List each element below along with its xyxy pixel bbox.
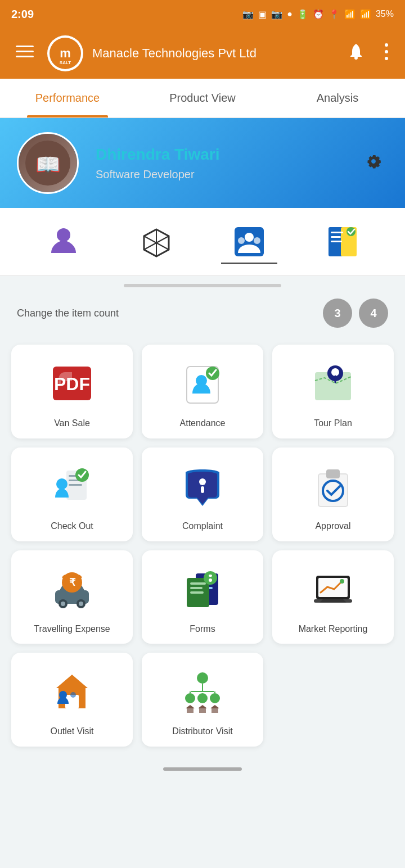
travelling-expense-label: Travelling Expense [34, 623, 110, 635]
tab-performance[interactable]: Performance [0, 79, 135, 117]
svg-point-63 [204, 571, 217, 585]
tab-analysis[interactable]: Analysis [270, 79, 405, 117]
settings-icon[interactable] [359, 147, 388, 180]
check-out-label: Check Out [51, 521, 93, 532]
notification-bell[interactable] [342, 38, 370, 70]
grid-item-approval[interactable]: Approval [272, 447, 394, 541]
profile-info: Dhirendra Tiwari Software Developer [96, 146, 359, 181]
svg-point-50 [61, 602, 65, 606]
svg-text:₹: ₹ [69, 577, 76, 588]
svg-rect-40 [69, 484, 82, 486]
status-bar: 2:09 📷 ▣ 📷 ● 🔋 ⏰ 📍 📶 📶 35% [0, 0, 405, 28]
svg-point-12 [57, 228, 70, 242]
forms-label: Forms [190, 623, 215, 635]
more-options[interactable] [379, 38, 394, 70]
svg-rect-87 [199, 708, 206, 713]
grid-item-attendance[interactable]: Attendance [142, 345, 263, 438]
count-buttons: 3 4 [323, 299, 388, 328]
svg-rect-2 [16, 56, 34, 57]
item-count-label: Change the item count [17, 308, 119, 319]
svg-text:SALT: SALT [60, 60, 71, 65]
grid-item-forms[interactable]: Forms [142, 550, 263, 644]
svg-marker-70 [320, 599, 346, 603]
cube-icon-btn[interactable] [128, 219, 184, 264]
svg-marker-83 [186, 705, 195, 708]
svg-rect-46 [326, 469, 340, 478]
svg-rect-24 [331, 232, 343, 233]
grid-item-van-sale[interactable]: PDF Van Sale [11, 345, 133, 438]
avatar-image: 📖 [19, 134, 77, 192]
svg-point-52 [79, 602, 83, 606]
alarm-icon: ⏰ [313, 9, 324, 20]
signal-icon: 📶 [360, 9, 371, 20]
top-nav: m SALT Manacle Technologies Pvt Ltd [0, 28, 405, 79]
grid-item-tour-plan[interactable]: Tour Plan [272, 345, 394, 438]
complaint-label: Complaint [182, 521, 223, 532]
team-icon-btn[interactable] [221, 219, 277, 264]
home-indicator [163, 767, 242, 771]
svg-point-19 [238, 237, 245, 244]
svg-point-74 [70, 692, 76, 698]
market-reporting-icon [308, 564, 358, 614]
svg-text:m: m [60, 46, 71, 60]
outlet-visit-icon [47, 666, 97, 717]
profile-banner: 📖 Dhirendra Tiwari Software Developer [0, 118, 405, 208]
location-icon: 📍 [328, 9, 340, 20]
van-sale-label: Van Sale [54, 418, 90, 430]
svg-rect-1 [16, 51, 34, 52]
svg-point-36 [331, 368, 339, 376]
main-tabs: Performance Product View Analysis [0, 79, 405, 118]
dot-icon: ● [287, 9, 292, 19]
logo-inner: m SALT [50, 38, 81, 69]
wifi-icon: 📶 [344, 9, 356, 20]
van-sale-icon: PDF [47, 358, 97, 409]
grid-item-market-reporting[interactable]: Market Reporting [272, 550, 394, 644]
company-logo: m SALT [47, 35, 83, 71]
svg-rect-60 [190, 582, 206, 585]
grid-item-check-out[interactable]: Check Out [11, 447, 133, 541]
checklist-icon-btn[interactable] [314, 219, 370, 264]
profile-role: Software Developer [96, 168, 359, 181]
svg-point-75 [197, 672, 208, 684]
tour-plan-icon [308, 358, 358, 409]
distributor-visit-icon [177, 666, 228, 717]
battery-icon: 🔋 [297, 9, 308, 20]
svg-rect-61 [190, 587, 202, 589]
market-reporting-label: Market Reporting [299, 623, 368, 635]
svg-point-8 [385, 50, 388, 53]
svg-rect-62 [190, 591, 204, 594]
forms-icon [177, 564, 228, 614]
hamburger-menu[interactable] [11, 38, 38, 69]
svg-point-20 [254, 237, 260, 244]
tab-product-view[interactable]: Product View [135, 79, 270, 117]
svg-point-78 [210, 693, 220, 703]
sim-icon: ▣ [258, 9, 267, 20]
distributor-visit-label: Distributor Visit [172, 726, 232, 738]
grid-item-distributor-visit[interactable]: Distributor Visit [142, 653, 263, 747]
svg-rect-26 [331, 241, 342, 242]
profile-name: Dhirendra Tiwari [96, 146, 359, 164]
attendance-label: Attendance [180, 418, 226, 430]
app-title: Manacle Technologies Pvt Ltd [92, 46, 333, 61]
attendance-icon [177, 358, 228, 409]
count-btn-4[interactable]: 4 [359, 299, 388, 328]
grid-item-complaint[interactable]: Complaint [142, 447, 263, 541]
check-out-icon [47, 461, 97, 512]
app-grid: PDF Van Sale Attendance [0, 339, 405, 758]
svg-point-65 [209, 578, 212, 582]
outlet-visit-label: Outlet Visit [50, 726, 93, 738]
person-icon-btn[interactable] [35, 219, 92, 264]
instagram-icon: 📷 [271, 9, 282, 20]
avatar: 📖 [17, 132, 79, 194]
grid-item-outlet-visit[interactable]: Outlet Visit [11, 653, 133, 747]
svg-rect-0 [16, 46, 34, 47]
battery-percent: 35% [376, 9, 394, 19]
svg-rect-88 [212, 708, 218, 713]
travelling-expense-icon: ₹ [47, 564, 97, 614]
bottom-bar [0, 758, 405, 780]
svg-point-68 [340, 579, 344, 584]
grid-item-travelling-expense[interactable]: ₹ Travelling Expense [11, 550, 133, 644]
count-btn-3[interactable]: 3 [323, 299, 352, 328]
svg-point-41 [56, 478, 68, 490]
svg-point-43 [199, 478, 206, 485]
